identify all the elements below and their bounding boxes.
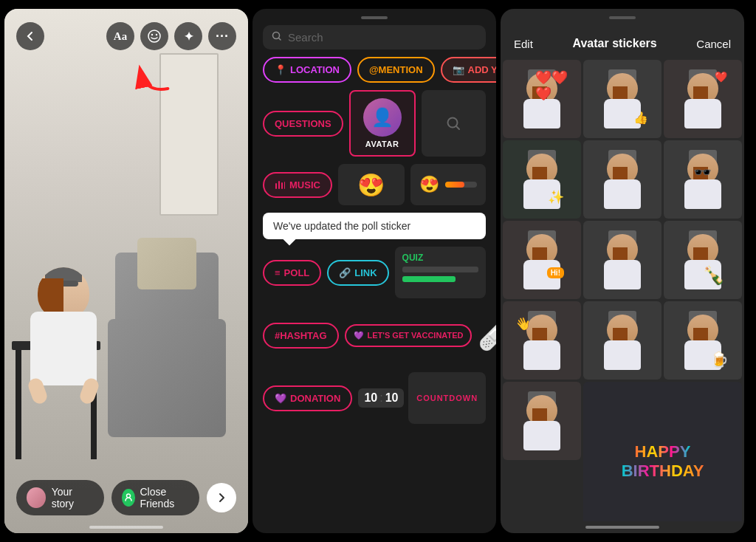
home-indicator xyxy=(89,526,163,529)
colon: : xyxy=(379,391,382,405)
avatar-icon: 👤 xyxy=(363,98,402,137)
avatar-label: AVATAR xyxy=(365,140,399,148)
emoji-face-sticker[interactable]: 😍 xyxy=(338,164,405,205)
sticker-row-2: QUESTIONS 👤 AVATAR xyxy=(263,90,486,157)
avatar-sticker-cell[interactable] xyxy=(503,382,581,460)
slider-sticker[interactable]: 😍 xyxy=(410,164,486,205)
addyours-sticker[interactable]: 📷 ADD YOURS xyxy=(441,57,496,83)
music-sticker[interactable]: MUSIC xyxy=(263,172,332,198)
av-base-11 xyxy=(597,311,648,370)
sparkles-overlay: ✨ xyxy=(548,189,564,205)
location-sticker[interactable]: 📍 LOCATION xyxy=(263,57,351,83)
av-base: ❤️❤️❤️ xyxy=(516,69,568,128)
avatar-sticker-cell[interactable]: 🕶️ xyxy=(664,140,742,219)
av-base-8 xyxy=(597,230,648,289)
av-body-11 xyxy=(604,340,641,370)
avatar-sticker-cell[interactable] xyxy=(583,301,662,380)
birthday-text: HAPPY xyxy=(635,442,691,462)
text-button[interactable]: Aa xyxy=(106,22,134,50)
avatar-sticker-cell[interactable]: ✨ xyxy=(503,140,581,219)
countdown-time: 10 : 10 xyxy=(358,388,404,408)
avatar-stickers-panel: Edit Avatar stickers Cancel ❤️❤️❤️ xyxy=(501,9,744,533)
search-bar[interactable]: Search xyxy=(263,25,486,49)
avatar-sticker-cell[interactable]: 🖐️ xyxy=(503,301,581,380)
poll-sticker[interactable]: ≡ POLL xyxy=(263,260,321,286)
link-sticker[interactable]: 🔗 LINK xyxy=(327,260,388,286)
avatar-sticker-cell[interactable] xyxy=(583,221,662,299)
chair-pillow xyxy=(137,238,196,289)
avatar-wave-sticker: 🖐️ xyxy=(511,309,574,372)
edit-button[interactable]: Edit xyxy=(514,38,533,50)
vaccinated-label: LET'S GET VACCINATED xyxy=(368,331,464,340)
donation-sticker[interactable]: 💜 DONATION xyxy=(263,385,352,411)
avatar-happy-sticker xyxy=(511,390,574,453)
your-story-avatar xyxy=(27,487,46,508)
svg-point-2 xyxy=(156,34,157,35)
quiz-bar xyxy=(402,276,456,282)
avatar-sticker-cell[interactable]: Hi! xyxy=(503,221,581,299)
avatar-neutral-sticker xyxy=(591,148,654,211)
next-button[interactable] xyxy=(207,483,236,512)
birthday-sticker-cell[interactable]: HAPPY BIRTHDAY xyxy=(583,382,742,521)
cancel-button[interactable]: Cancel xyxy=(696,38,731,50)
drag-handle-3 xyxy=(609,16,636,19)
link-label: LINK xyxy=(354,267,377,278)
camera-icon: 📷 xyxy=(453,64,464,75)
avatar-sticker[interactable]: 👤 AVATAR xyxy=(349,90,416,157)
countdown-label: COUNTDOWN xyxy=(416,394,478,402)
countdown-sticker[interactable]: COUNTDOWN xyxy=(408,372,486,424)
questions-sticker[interactable]: QUESTIONS xyxy=(263,111,343,137)
av-base-9: 🍾 xyxy=(677,230,729,289)
stickers-scroll: 📍 LOCATION @MENTION 📷 ADD YOURS QUESTION… xyxy=(252,57,496,533)
quiz-line xyxy=(402,267,478,272)
avatar-shrug-sticker xyxy=(591,309,654,372)
avatar-sticker-cell[interactable]: 👍 xyxy=(583,60,662,138)
your-story-button[interactable]: Your story xyxy=(16,480,104,515)
location-label: LOCATION xyxy=(290,64,340,75)
av-body-10 xyxy=(523,340,560,370)
search-input[interactable]: Search xyxy=(288,31,323,44)
avatar-sunglasses-sticker: 🕶️ xyxy=(672,148,735,211)
location-icon: 📍 xyxy=(275,64,286,75)
sticker-search-box[interactable] xyxy=(422,90,486,157)
thumbsup-emoji: 👍 xyxy=(633,111,648,125)
effects-button[interactable]: ✦ xyxy=(174,22,202,50)
avatar-stickers-header: Edit Avatar stickers Cancel xyxy=(501,25,744,58)
avatar-sticker-cell[interactable]: 🍺 xyxy=(664,301,742,380)
chair-body xyxy=(108,319,226,437)
sticker-row-1: 📍 LOCATION @MENTION 📷 ADD YOURS xyxy=(263,57,486,83)
avatar-heart-sticker: ❤️ xyxy=(672,68,735,131)
hashtag-sticker[interactable]: #HASHTAG xyxy=(263,323,339,349)
bandaid-emoji: 🩹 xyxy=(478,319,496,351)
avatar-stickers-grid: ❤️❤️❤️ 👍 xyxy=(501,58,744,521)
back-button[interactable] xyxy=(16,22,44,50)
avatar-sticker-cell[interactable]: ❤️ xyxy=(664,60,742,138)
avatar-sticker-cell[interactable]: 🍾 xyxy=(664,221,742,299)
bandaid-sticker[interactable]: 🩹 xyxy=(478,306,496,365)
chair-decoration xyxy=(100,260,233,437)
avatar-sparkle-sticker: ✨ xyxy=(511,148,574,211)
av-base-2: 👍 xyxy=(597,69,648,128)
av-body-6 xyxy=(684,179,721,209)
avatar-hi-sticker: Hi! xyxy=(511,229,574,292)
vaccinated-sticker[interactable]: 💜 LET'S GET VACCINATED xyxy=(345,324,472,347)
avatar-sticker-cell[interactable]: ❤️❤️❤️ xyxy=(503,60,581,138)
avatar-beer-sticker: 🍺 xyxy=(672,309,735,372)
more-button[interactable]: ··· xyxy=(208,22,236,50)
addyours-label: ADD YOURS xyxy=(468,64,496,75)
slider-track xyxy=(445,182,477,188)
heart-icon: 💜 xyxy=(354,331,364,340)
donation-label: DONATION xyxy=(290,393,340,404)
quiz-sticker[interactable]: QUIZ xyxy=(395,247,486,298)
emoji-face: 😍 xyxy=(357,172,385,198)
hashtag-label: #HASHTAG xyxy=(275,330,327,341)
toolbar-right-group: Aa ✦ ··· xyxy=(106,22,236,50)
sticker-button[interactable] xyxy=(140,22,168,50)
poll-icon: ≡ xyxy=(275,267,281,278)
mention-sticker[interactable]: @MENTION xyxy=(357,57,435,83)
close-friends-button[interactable]: Close Friends xyxy=(111,480,199,515)
close-friends-icon xyxy=(122,489,135,507)
avatar-figure xyxy=(19,267,108,400)
avatar-thumbsup-sticker: 👍 xyxy=(591,68,654,131)
avatar-sticker-cell[interactable] xyxy=(583,140,662,219)
